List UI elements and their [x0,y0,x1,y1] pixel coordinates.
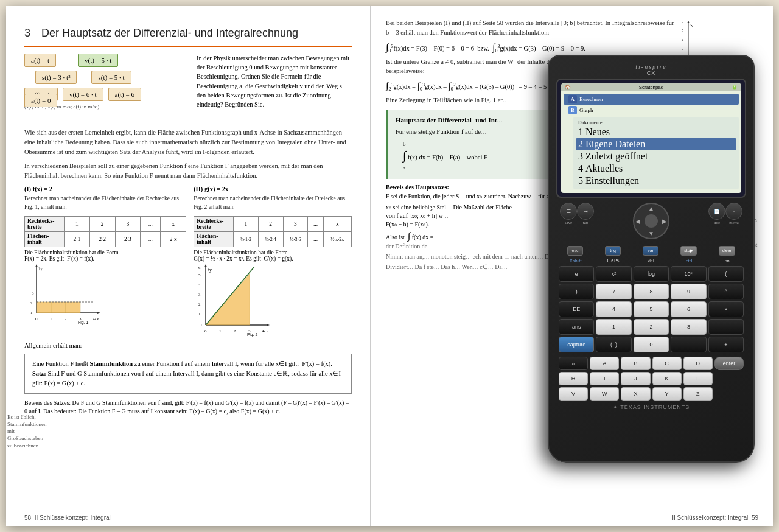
table1-val4: ... [141,232,161,247]
key-minus[interactable]: – [708,319,744,335]
key-ans[interactable]: ans [559,319,594,335]
table2-val2: ½·2·4 [258,232,283,247]
key-H[interactable]: H [559,372,588,385]
important-box: Eine Funktion F heißt Stammfunktion zu e… [24,354,352,393]
key-10x[interactable]: 10ˣ [671,266,706,282]
key-plus[interactable]: + [708,337,744,352]
enter-key[interactable]: enter [714,357,744,370]
example1-text: Berechnet man nacheinander die Flächenin… [24,194,186,212]
key-J[interactable]: J [621,372,650,385]
svg-text:2: 2 [30,301,33,306]
menu-item-a[interactable]: A Berechnen [564,94,739,105]
menu-item-b[interactable]: B Graph [564,105,739,116]
key-EE[interactable]: EE [559,301,594,317]
submenu-title: Dokumente [576,119,736,126]
table1-col5: x [161,217,186,232]
d-pad[interactable]: ▲ ▼ ◀ ▶ [633,203,669,239]
submenu-2[interactable]: 2 Eigene Dateien [576,138,736,150]
key-V[interactable]: V [559,387,588,401]
trig-key[interactable]: trig [605,246,621,256]
home-icon: 🏠 [565,85,571,90]
key-8[interactable]: 8 [634,284,669,299]
formula-vt3: v(t) = 6 · t [63,88,103,101]
example2-title: (II) g(x) = 2x [194,186,228,192]
graph-2-side: (II) g(x) = 2x Berechnet man nacheinande… [194,186,352,338]
svg-text:2: 2 [234,329,236,334]
key-Z[interactable]: Z [683,387,713,401]
table1-val3: 2·3 [115,232,141,247]
general-text: Allgemein erhält man: [24,342,352,349]
key-W[interactable]: W [590,387,619,401]
submenu-label-1: Neues [585,127,610,138]
ti-logo-text: TEXAS INSTRUMENTS [620,404,690,410]
key-7[interactable]: 7 [596,284,631,299]
key-3[interactable]: 3 [671,319,706,335]
key-B[interactable]: B [621,357,650,370]
svg-text:1: 1 [30,310,33,315]
satz-text: Sind F und G Stammfunktionen von f auf e… [32,370,341,387]
key-1[interactable]: 1 [596,319,631,335]
formula-st2: s(t) = 5 · t [91,71,131,84]
on-label: on [718,258,737,264]
submenu-3[interactable]: 3 Zuletzt geöffnet [576,150,736,163]
key-A[interactable]: A [590,357,619,370]
table2-header-0: Rechtecks-breite [194,217,234,232]
svg-text:Fig. 2: Fig. 2 [247,332,258,337]
key-capture[interactable]: capture [559,337,594,352]
submenu-4[interactable]: 4 Aktuelles [576,163,736,175]
d-pad-center[interactable] [645,214,658,228]
sto-key[interactable]: sto▶ [680,246,696,256]
doc-button[interactable]: 📄 [708,203,725,220]
key-L[interactable]: L [683,372,713,385]
svg-text:0: 0 [35,317,38,321]
key-Y[interactable]: Y [652,387,682,401]
doc-btn-area: 📄 doc [708,203,725,243]
del-label: del [641,258,661,264]
save-button[interactable]: ☰ [560,203,577,220]
svg-text:↑y: ↑y [689,23,694,28]
key-e[interactable]: e [559,266,594,282]
key-C[interactable]: C [652,357,682,370]
key-log[interactable]: log [634,266,669,282]
graph-2: ↑y 0 1 2 3 4 0 1 2 [194,264,273,337]
svg-text:0: 0 [204,329,207,334]
caps-label: CAPS [604,258,623,264]
key-D[interactable]: D [683,357,713,370]
key-neg[interactable]: (–) [596,337,631,352]
tab-button[interactable]: ⇥ [577,203,594,220]
submenu-1[interactable]: 1 Neues [576,126,736,138]
main-keypad: e x² log 10ˣ ( ) 7 8 9 ^ EE 4 5 6 × [556,266,746,352]
right-intro: Bei beiden Beispielen (I) und (II) auf S… [386,18,674,38]
var-key[interactable]: var [643,246,658,256]
key-6[interactable]: 6 [671,301,706,317]
esc-key[interactable]: esc [567,246,583,256]
key-K[interactable]: K [652,372,682,385]
key-0[interactable]: 0 [634,337,669,352]
example2-text: Berechnet man nacheinander die Flächenin… [194,194,352,212]
svg-text:↑y: ↑y [207,267,212,273]
submenu-label-3: Zuletzt geöffnet [585,151,648,162]
key-x2[interactable]: x² [596,266,631,282]
submenu-5[interactable]: 5 Einstellungen [576,175,736,187]
menu-button[interactable]: ≡ [725,203,742,220]
clear-key[interactable]: clear [719,246,735,256]
menu-letter-b: B [568,106,577,114]
example2-desc: Die Flächeninhaltsfunktion hat die FormG… [194,250,293,262]
key-rparen[interactable]: ) [559,284,594,299]
menu-label: menu [725,220,742,225]
table2-col2: 2 [258,217,283,232]
key-5[interactable]: 5 [634,301,669,317]
key-multiply[interactable]: × [708,301,744,317]
important-text: Eine Funktion F heißt Stammfunktion zu e… [32,360,332,367]
key-dot[interactable]: . [671,337,706,352]
screen-title: Scratchpad [639,85,663,90]
key-4[interactable]: 4 [596,301,631,317]
key-X[interactable]: X [621,387,650,401]
key-power[interactable]: ^ [708,284,744,299]
key-2[interactable]: 2 [634,319,669,335]
key-9[interactable]: 9 [671,284,706,299]
key-I[interactable]: I [590,372,619,385]
submenu-label-4: Aktuelles [585,163,623,174]
key-pi[interactable]: π [559,357,588,370]
key-lparen[interactable]: ( [708,266,744,282]
